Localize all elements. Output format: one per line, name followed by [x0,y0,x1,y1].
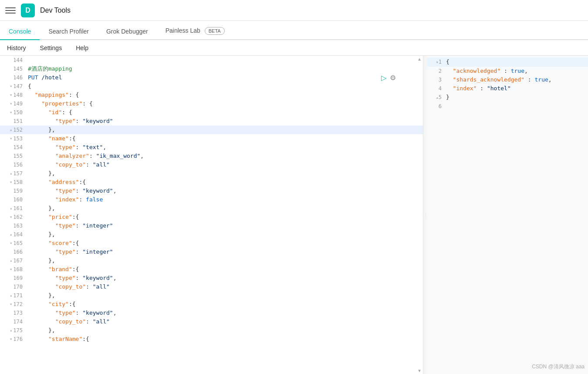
menu-icon[interactable] [5,5,16,16]
table-row: ▴167 }, [0,256,423,265]
watermark: CSDN @清风微凉 aaa [532,363,585,371]
table-row: 4 "index" : "hotel" [427,84,588,93]
table-row: 155 "analyzer": "ik_max_word", [0,152,423,160]
sub-nav-settings[interactable]: Settings [33,43,69,53]
copy-button[interactable]: ⚙ [389,74,397,82]
result-output: ▾1 { 2 "acknowledged" : true, 3 "shards_… [427,56,588,374]
main-content: 144 145 #酒店的mapping 146 PUT /hotel ▷ ⚙ ▾… [0,56,588,374]
table-row: 146 PUT /hotel ▷ ⚙ [0,73,423,82]
table-row: ▾148 "mappings": { [0,91,423,99]
table-row: 169 "type": "keyword", [0,274,423,282]
table-row: ▴161 }, [0,204,423,213]
table-row: 166 "type": "integer" [0,248,423,256]
run-button[interactable]: ▷ [380,74,387,82]
result-pane: ▾1 { 2 "acknowledged" : true, 3 "shards_… [427,56,588,374]
table-row: ▴5 } [427,93,588,102]
table-row: 154 "type": "text", [0,143,423,152]
beta-badge: BETA [205,27,225,35]
table-row: 174 "copy_to": "all" [0,317,423,326]
scroll-up-button[interactable]: ▲ [416,56,422,62]
table-row: 173 "type": "keyword", [0,309,423,317]
app-title: Dev Tools [40,7,71,14]
table-row: 2 "acknowledged" : true, [427,67,588,75]
table-row: ▾165 "score":{ [0,239,423,248]
tab-bar: Console Search Profiler Grok Debugger Pa… [0,21,588,40]
sub-nav-help[interactable]: Help [69,43,95,53]
table-row: 160 "index": false [0,195,423,204]
table-row: 159 "type": "keyword", [0,187,423,195]
line-actions: ▷ ⚙ [380,73,397,82]
table-row: 170 "copy_to": "all" [0,282,423,291]
table-row: 3 "shards_acknowledged" : true, [427,75,588,84]
table-row: 144 [0,56,423,65]
tab-console[interactable]: Console [0,24,40,40]
table-row: ▴164 }, [0,230,423,239]
table-row: ▾147 { [0,82,423,91]
tab-search-profiler[interactable]: Search Profiler [40,24,98,40]
tab-grok-debugger[interactable]: Grok Debugger [98,24,157,40]
editor-pane: 144 145 #酒店的mapping 146 PUT /hotel ▷ ⚙ ▾… [0,56,423,374]
top-bar: D Dev Tools [0,0,588,21]
table-row: ▾1 { [427,58,588,67]
table-row: ▴171 }, [0,291,423,300]
table-row: ▴157 }, [0,169,423,178]
sub-nav: History Settings Help [0,40,588,56]
app-logo: D [21,3,35,17]
table-row: ▾172 "city":{ [0,300,423,309]
table-row: ▾150 "id": { [0,108,423,117]
sub-nav-history[interactable]: History [0,43,33,53]
table-row: 6 [427,102,588,111]
tab-painless-lab[interactable]: Painless Lab BETA [157,23,233,40]
table-row: 163 "type": "integer" [0,221,423,230]
scroll-down-button[interactable]: ▼ [416,367,422,374]
table-row: ▾158 "address":{ [0,178,423,187]
table-row: ▾162 "price":{ [0,213,423,221]
table-row: ▾168 "brand":{ [0,265,423,274]
table-row: ▴152 }, [0,126,423,134]
code-editor[interactable]: 144 145 #酒店的mapping 146 PUT /hotel ▷ ⚙ ▾… [0,56,423,374]
table-row: ▾153 "name":{ [0,134,423,143]
table-row: ▾149 "properties": { [0,99,423,108]
table-row: 156 "copy_to": "all" [0,160,423,169]
table-row: ▴175 }, [0,326,423,335]
table-row: 145 #酒店的mapping [0,65,423,73]
table-row: 151 "type": "keyword" [0,117,423,126]
pane-resizer[interactable]: ⋮ [423,56,427,374]
